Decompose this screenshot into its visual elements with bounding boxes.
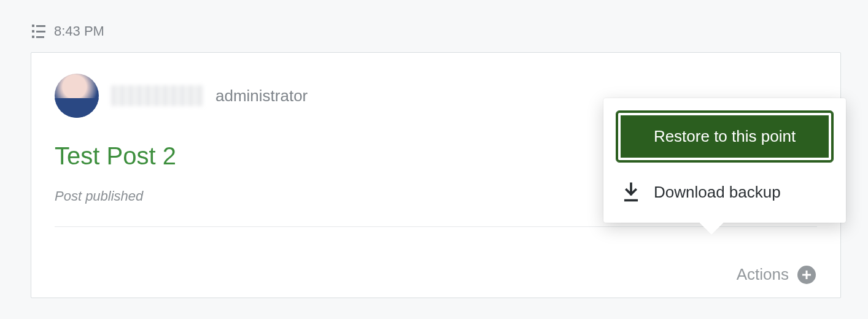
actions-trigger[interactable]: Actions <box>737 265 816 284</box>
download-icon <box>622 182 640 202</box>
timestamp: 8:43 PM <box>54 23 104 39</box>
list-icon <box>32 25 45 38</box>
download-backup-button[interactable]: Download backup <box>616 163 834 210</box>
avatar <box>55 74 99 118</box>
divider <box>55 226 817 227</box>
download-backup-label: Download backup <box>654 183 781 202</box>
user-role: administrator <box>215 86 308 106</box>
plus-circle-icon <box>797 266 816 284</box>
user-name-redacted <box>111 85 203 106</box>
timeline-entry-header: 8:43 PM <box>0 0 868 47</box>
actions-popover: Restore to this point Download backup <box>603 98 846 223</box>
restore-button[interactable]: Restore to this point <box>616 110 834 163</box>
actions-label: Actions <box>737 265 789 284</box>
